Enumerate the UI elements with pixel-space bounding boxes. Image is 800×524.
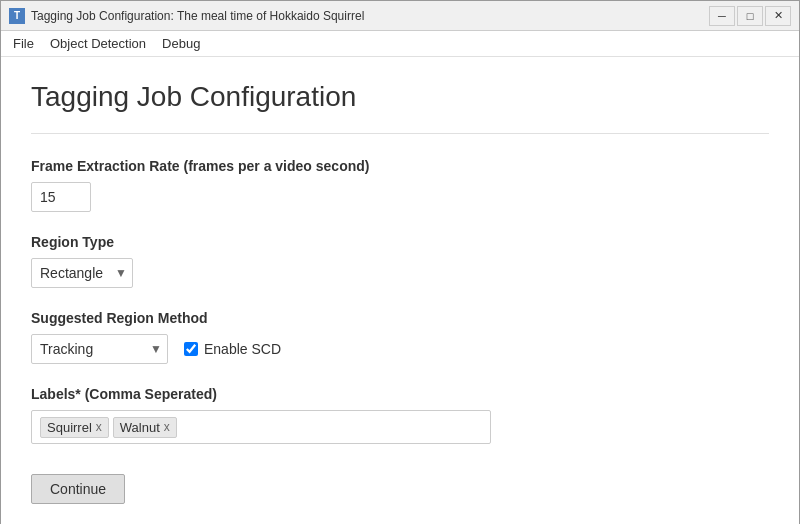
labels-group: Labels* (Comma Seperated) Squirrel x Wal… <box>31 386 769 444</box>
divider <box>31 133 769 134</box>
suggested-region-inline: Tracking None Copy last frame ▼ Enable S… <box>31 334 769 364</box>
close-button[interactable]: ✕ <box>765 6 791 26</box>
tag-walnut-remove[interactable]: x <box>164 421 170 433</box>
region-type-label: Region Type <box>31 234 769 250</box>
tag-walnut-label: Walnut <box>120 420 160 435</box>
suggested-region-label: Suggested Region Method <box>31 310 769 326</box>
app-icon: T <box>9 8 25 24</box>
window-controls: ─ □ ✕ <box>709 6 791 26</box>
tag-squirrel-label: Squirrel <box>47 420 92 435</box>
suggested-region-group: Suggested Region Method Tracking None Co… <box>31 310 769 364</box>
continue-button[interactable]: Continue <box>31 474 125 504</box>
frame-rate-group: Frame Extraction Rate (frames per a vide… <box>31 158 769 212</box>
enable-scd-label: Enable SCD <box>204 341 281 357</box>
tags-input-container[interactable]: Squirrel x Walnut x <box>31 410 491 444</box>
tag-squirrel: Squirrel x <box>40 417 109 438</box>
app-window: T Tagging Job Configuration: The meal ti… <box>0 0 800 524</box>
menu-bar: File Object Detection Debug <box>1 31 799 57</box>
enable-scd-checkbox[interactable] <box>184 342 198 356</box>
minimize-button[interactable]: ─ <box>709 6 735 26</box>
suggested-region-select[interactable]: Tracking None Copy last frame <box>31 334 168 364</box>
menu-object-detection[interactable]: Object Detection <box>42 32 154 55</box>
suggested-region-select-wrapper: Tracking None Copy last frame ▼ <box>31 334 168 364</box>
main-content: Tagging Job Configuration Frame Extracti… <box>1 57 799 524</box>
frame-rate-input[interactable] <box>31 182 91 212</box>
tag-squirrel-remove[interactable]: x <box>96 421 102 433</box>
menu-debug[interactable]: Debug <box>154 32 208 55</box>
region-type-select-wrapper: Rectangle Polygon Point ▼ <box>31 258 133 288</box>
region-type-select[interactable]: Rectangle Polygon Point <box>31 258 133 288</box>
menu-file[interactable]: File <box>5 32 42 55</box>
enable-scd-checkbox-label[interactable]: Enable SCD <box>184 341 281 357</box>
title-bar: T Tagging Job Configuration: The meal ti… <box>1 1 799 31</box>
region-type-group: Region Type Rectangle Polygon Point ▼ <box>31 234 769 288</box>
maximize-button[interactable]: □ <box>737 6 763 26</box>
window-title: Tagging Job Configuration: The meal time… <box>31 9 709 23</box>
tag-walnut: Walnut x <box>113 417 177 438</box>
frame-rate-label: Frame Extraction Rate (frames per a vide… <box>31 158 769 174</box>
labels-label: Labels* (Comma Seperated) <box>31 386 769 402</box>
page-title: Tagging Job Configuration <box>31 81 769 113</box>
